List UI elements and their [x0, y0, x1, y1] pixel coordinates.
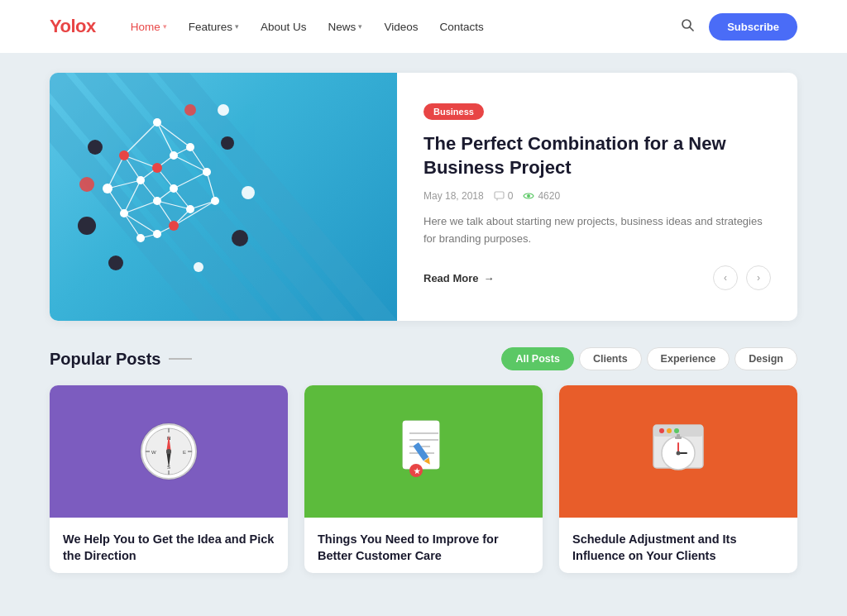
- svg-point-44: [211, 197, 219, 205]
- post-card-image-0: N S E W: [50, 385, 288, 518]
- nav-link-about-us[interactable]: About Us: [252, 17, 315, 36]
- post-card-body-0: We Help You to Get the Idea and Pick the…: [50, 518, 288, 573]
- svg-point-39: [203, 168, 211, 176]
- logo-text-accent: x: [86, 16, 96, 36]
- svg-point-77: [166, 449, 171, 454]
- svg-point-55: [108, 255, 123, 270]
- nav-link-contacts[interactable]: Contacts: [431, 17, 491, 36]
- main-content: Business The Perfect Combination for a N…: [0, 53, 847, 590]
- document-icon: ★: [393, 417, 455, 487]
- svg-point-42: [120, 209, 128, 217]
- post-card-image-2: [559, 385, 797, 518]
- svg-text:E: E: [183, 450, 186, 455]
- svg-point-52: [221, 136, 234, 150]
- post-card-title-2: Schedule Adjustment and Its Influence on…: [572, 531, 784, 565]
- comment-count: 0: [508, 190, 514, 202]
- post-card-2[interactable]: Schedule Adjustment and Its Influence on…: [559, 385, 797, 573]
- hero-meta: May 18, 2018 0 4620: [424, 190, 771, 202]
- svg-point-35: [186, 143, 194, 151]
- svg-point-46: [136, 234, 145, 242]
- filter-tab-design[interactable]: Design: [735, 347, 797, 370]
- svg-point-91: [659, 428, 664, 433]
- hero-prev-button[interactable]: ‹: [713, 265, 738, 290]
- svg-line-3: [157, 122, 174, 155]
- svg-line-5: [108, 155, 124, 189]
- filter-tab-clients[interactable]: Clients: [579, 347, 642, 370]
- hero-footer: Read More → ‹ ›: [424, 265, 771, 290]
- hero-nav-arrows: ‹ ›: [713, 265, 771, 290]
- svg-point-98: [677, 451, 681, 456]
- svg-line-1: [690, 27, 693, 31]
- compass-icon: N S E W: [136, 418, 202, 485]
- logo[interactable]: Yolox: [50, 16, 96, 37]
- read-more-arrow: →: [483, 272, 494, 284]
- svg-point-43: [186, 205, 194, 213]
- nav-link-videos[interactable]: Videos: [376, 17, 426, 36]
- hero-title: The Perfect Combination for a New Busine…: [424, 131, 771, 180]
- svg-line-21: [207, 172, 215, 201]
- svg-point-49: [169, 221, 179, 231]
- svg-point-54: [232, 230, 248, 246]
- hero-comments: 0: [494, 190, 514, 202]
- nav-link-home[interactable]: Home▾: [122, 17, 175, 36]
- svg-rect-100: [677, 434, 680, 437]
- filter-tab-all-posts[interactable]: All Posts: [501, 347, 574, 370]
- navbar: Yolox Home▾Features▾About UsNews▾VideosC…: [0, 0, 847, 53]
- post-card-title-1: Things You Need to Improve for Better Cu…: [318, 531, 529, 565]
- hero-description: Here we talk about starting new projects…: [424, 213, 771, 248]
- post-card-0[interactable]: N S E W We Help You to Get the Idea and …: [50, 385, 288, 573]
- read-more-link[interactable]: Read More →: [424, 272, 494, 284]
- svg-line-19: [174, 172, 207, 189]
- nav-link-features[interactable]: Features▾: [180, 17, 247, 36]
- popular-posts-title: Popular Posts: [50, 350, 192, 369]
- search-button[interactable]: [677, 15, 697, 38]
- post-card-body-2: Schedule Adjustment and Its Influence on…: [559, 518, 797, 573]
- hero-content: Business The Perfect Combination for a N…: [397, 73, 797, 321]
- svg-point-40: [153, 197, 161, 205]
- hero-next-button[interactable]: ›: [746, 265, 771, 290]
- post-card-title-0: We Help You to Get the Idea and Pick the…: [63, 531, 275, 565]
- hero-network-graphic: [50, 73, 265, 288]
- views-icon: [523, 191, 534, 201]
- svg-point-92: [667, 428, 672, 433]
- svg-line-4: [157, 122, 190, 147]
- svg-line-26: [124, 213, 157, 234]
- popular-title-dash: [169, 358, 192, 360]
- svg-point-34: [170, 151, 178, 160]
- chevron-down-icon: ▾: [163, 22, 167, 31]
- svg-point-58: [194, 262, 203, 272]
- hero-image: [50, 73, 397, 321]
- svg-line-7: [124, 155, 157, 168]
- post-card-image-1: ★: [304, 385, 543, 518]
- comment-icon: [494, 191, 505, 201]
- svg-point-53: [78, 217, 96, 235]
- svg-point-59: [79, 177, 94, 192]
- svg-text:W: W: [151, 450, 156, 455]
- filter-tab-experience[interactable]: Experience: [647, 347, 730, 370]
- svg-rect-61: [495, 192, 504, 198]
- hero-date: May 18, 2018: [424, 190, 484, 202]
- stopwatch-icon: [645, 418, 711, 485]
- post-card-1[interactable]: ★ Things You Need to Improve for Better …: [304, 385, 543, 573]
- search-icon: [681, 18, 694, 31]
- svg-line-29: [174, 201, 215, 226]
- nav-links: Home▾Features▾About UsNews▾VideosContact…: [122, 17, 677, 36]
- svg-point-63: [527, 194, 530, 198]
- nav-actions: Subscribe: [677, 13, 797, 41]
- posts-grid: N S E W We Help You to Get the Idea and …: [50, 385, 797, 573]
- svg-point-93: [674, 428, 679, 433]
- hero-badge: Business: [424, 103, 484, 120]
- svg-text:★: ★: [414, 467, 421, 475]
- svg-point-41: [170, 184, 178, 193]
- svg-line-25: [124, 213, 141, 238]
- svg-point-37: [136, 176, 145, 184]
- subscribe-button[interactable]: Subscribe: [709, 13, 797, 41]
- svg-line-13: [108, 180, 141, 189]
- svg-point-57: [242, 186, 255, 199]
- svg-point-36: [103, 184, 112, 193]
- popular-posts-header: Popular Posts All PostsClientsExperience…: [50, 347, 797, 370]
- nav-link-news[interactable]: News▾: [320, 17, 371, 36]
- view-count: 4620: [538, 190, 560, 202]
- chevron-down-icon: ▾: [235, 22, 239, 31]
- svg-point-60: [184, 104, 196, 116]
